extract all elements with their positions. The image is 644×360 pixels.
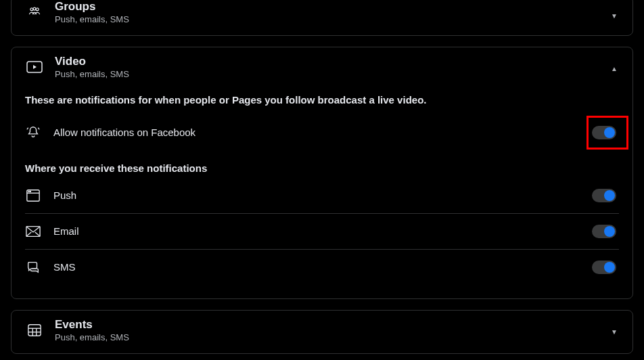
where-receive-heading: Where you receive these notifications <box>25 162 619 174</box>
browser-icon <box>25 187 41 204</box>
chevron-down-icon: ▼ <box>611 12 618 20</box>
bell-icon <box>25 125 41 141</box>
video-subtitle: Push, emails, SMS <box>55 69 129 81</box>
events-header[interactable]: Events Push, emails, SMS ▼ <box>12 311 632 353</box>
sms-row: SMS <box>25 250 619 285</box>
chat-icon <box>25 259 41 275</box>
email-toggle[interactable] <box>592 225 616 238</box>
email-row: Email <box>25 214 619 250</box>
video-section-card: Video Push, emails, SMS ▲ These are noti… <box>11 47 633 299</box>
groups-header[interactable]: Groups Push, emails, SMS ▼ <box>12 0 632 35</box>
sms-toggle[interactable] <box>592 261 616 274</box>
svg-point-7 <box>30 191 30 192</box>
events-subtitle: Push, emails, SMS <box>55 332 129 344</box>
chevron-down-icon: ▼ <box>611 328 618 336</box>
allow-notifications-label: Allow notifications on Facebook <box>53 127 196 138</box>
push-toggle[interactable] <box>592 189 616 202</box>
events-section-card: Events Push, emails, SMS ▼ <box>11 310 633 354</box>
groups-subtitle: Push, emails, SMS <box>55 14 129 26</box>
groups-title: Groups <box>55 0 129 14</box>
video-description: These are notifications for when people … <box>25 94 619 106</box>
allow-notifications-row: Allow notifications on Facebook <box>25 115 619 150</box>
push-label: Push <box>53 189 76 201</box>
svg-point-0 <box>30 8 33 11</box>
email-label: Email <box>53 225 79 237</box>
video-icon <box>25 59 44 75</box>
svg-point-6 <box>28 191 29 192</box>
groups-section-card: Groups Push, emails, SMS ▼ <box>11 0 633 36</box>
calendar-icon <box>25 322 44 338</box>
allow-notifications-toggle[interactable] <box>592 126 616 139</box>
envelope-icon <box>25 223 41 240</box>
events-title: Events <box>55 317 129 332</box>
chevron-up-icon: ▲ <box>611 65 618 72</box>
svg-point-2 <box>36 8 39 11</box>
sms-label: SMS <box>53 261 76 273</box>
video-header[interactable]: Video Push, emails, SMS ▲ <box>12 47 632 90</box>
video-title: Video <box>55 54 129 69</box>
svg-point-1 <box>33 8 36 11</box>
svg-rect-9 <box>28 325 41 336</box>
groups-icon <box>25 4 44 20</box>
push-row: Push <box>25 178 619 214</box>
